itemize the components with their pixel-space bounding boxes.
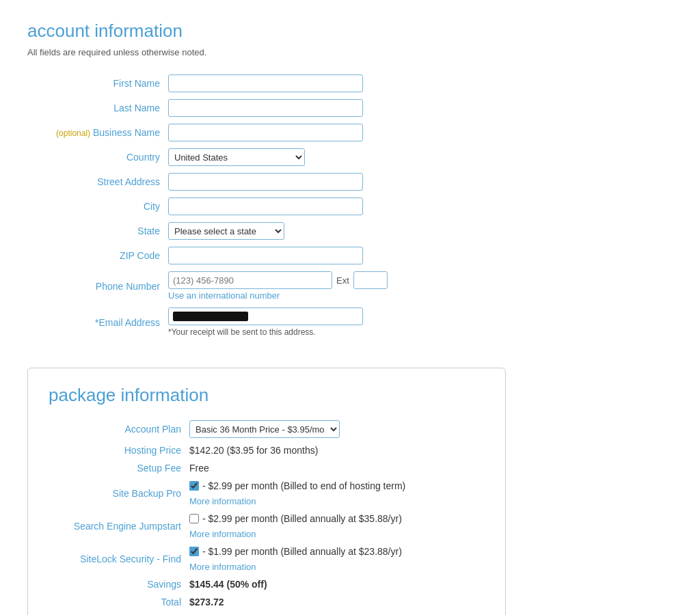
ext-input[interactable]: [353, 271, 388, 289]
last-name-label: Last Name: [27, 96, 164, 120]
form-subtitle: All fields are required unless otherwise…: [27, 47, 673, 57]
phone-label: Phone Number: [27, 268, 164, 304]
account-section-title: account information: [27, 20, 673, 42]
sitelock-checkbox-group: - $1.99 per month (Billed annually at $2…: [189, 546, 481, 572]
package-section: package information Account Plan Basic 3…: [27, 368, 506, 615]
account-plan-label: Account Plan: [49, 417, 185, 441]
street-address-row: Street Address: [27, 169, 506, 194]
hosting-price-row: Hosting Price $142.20 ($3.95 for 36 mont…: [49, 441, 485, 459]
setup-fee-label: Setup Fee: [49, 459, 185, 477]
site-backup-row: Site Backup Pro - $2.99 per month (Bille…: [49, 477, 485, 510]
sitelock-more-info-link[interactable]: More information: [189, 562, 256, 572]
optional-label: (optional): [56, 128, 90, 138]
hosting-price-label: Hosting Price: [49, 441, 185, 459]
search-engine-text: - $2.99 per month (Billed annually at $3…: [202, 513, 402, 524]
sitelock-row: SiteLock Security - Find - $1.99 per mon…: [49, 543, 485, 575]
site-backup-label: Site Backup Pro: [49, 477, 185, 510]
sitelock-text: - $1.99 per month (Billed annually at $2…: [202, 546, 402, 557]
total-row: Total $273.72: [49, 593, 485, 611]
state-label: State: [27, 219, 164, 243]
business-name-row: (optional) Business Name: [27, 120, 506, 145]
phone-input-group: Ext: [168, 271, 502, 289]
search-engine-checkbox-item: - $2.99 per month (Billed annually at $3…: [189, 513, 402, 524]
country-select[interactable]: United States: [168, 148, 305, 166]
account-plan-row: Account Plan Basic 36 Month Price - $3.9…: [49, 417, 485, 441]
savings-value: $145.44 (50% off): [189, 579, 267, 590]
zip-label: ZIP Code: [27, 243, 164, 268]
first-name-label: First Name: [27, 71, 164, 96]
first-name-input[interactable]: [168, 74, 363, 92]
search-engine-checkbox[interactable]: [189, 514, 199, 523]
zip-row: ZIP Code: [27, 243, 506, 268]
city-input[interactable]: [168, 197, 363, 215]
redacted-email: [173, 312, 248, 321]
search-engine-label: Search Engine Jumpstart: [49, 510, 185, 543]
account-plan-select[interactable]: Basic 36 Month Price - $3.95/mo.: [189, 420, 340, 438]
site-backup-text: - $2.99 per month (Billed to end of host…: [202, 480, 405, 491]
site-backup-checkbox-item: - $2.99 per month (Billed to end of host…: [189, 480, 405, 491]
business-name-text: Business Name: [93, 127, 160, 138]
street-address-label: Street Address: [27, 169, 164, 194]
total-label: Total: [49, 593, 185, 611]
country-label: Country: [27, 145, 164, 169]
international-number-link[interactable]: Use an international number: [168, 290, 502, 301]
site-backup-checkbox-group: - $2.99 per month (Billed to end of host…: [189, 480, 481, 506]
last-name-input[interactable]: [168, 99, 363, 117]
zip-input[interactable]: [168, 247, 363, 264]
site-backup-checkbox[interactable]: [189, 481, 199, 491]
savings-label: Savings: [49, 575, 185, 593]
business-name-input[interactable]: [168, 124, 363, 141]
hosting-price-value: $142.20 ($3.95 for 36 months): [185, 441, 485, 459]
package-form: Account Plan Basic 36 Month Price - $3.9…: [49, 417, 485, 611]
state-row: State Please select a state: [27, 219, 506, 243]
receipt-note: *Your receipt will be sent to this addre…: [168, 327, 502, 337]
state-select[interactable]: Please select a state: [168, 222, 284, 240]
sitelock-checkbox-item: - $1.99 per month (Billed annually at $2…: [189, 546, 402, 557]
first-name-row: First Name: [27, 71, 506, 96]
last-name-row: Last Name: [27, 96, 506, 120]
search-engine-checkbox-group: - $2.99 per month (Billed annually at $3…: [189, 513, 481, 539]
ext-label: Ext: [336, 275, 349, 286]
search-engine-more-info-link[interactable]: More information: [189, 529, 256, 539]
city-row: City: [27, 194, 506, 219]
package-section-title: package information: [49, 385, 485, 406]
email-row: *Email Address *Your receipt will be sen…: [27, 304, 506, 340]
setup-fee-row: Setup Fee Free: [49, 459, 485, 477]
phone-input[interactable]: [168, 271, 332, 289]
sitelock-label: SiteLock Security - Find: [49, 543, 185, 575]
site-backup-more-info-link[interactable]: More information: [189, 496, 256, 506]
setup-fee-value: Free: [185, 459, 485, 477]
email-input-container[interactable]: [168, 308, 363, 325]
savings-row: Savings $145.44 (50% off): [49, 575, 485, 593]
street-address-input[interactable]: [168, 173, 363, 191]
search-engine-row: Search Engine Jumpstart - $2.99 per mont…: [49, 510, 485, 543]
phone-row: Phone Number Ext Use an international nu…: [27, 268, 506, 304]
city-label: City: [27, 194, 164, 219]
country-row: Country United States: [27, 145, 506, 169]
email-label: *Email Address: [27, 304, 164, 340]
business-name-label: (optional) Business Name: [27, 120, 164, 145]
account-form: First Name Last Name (optional) Business…: [27, 71, 506, 340]
sitelock-checkbox[interactable]: [189, 547, 199, 556]
total-value: $273.72: [189, 597, 224, 607]
